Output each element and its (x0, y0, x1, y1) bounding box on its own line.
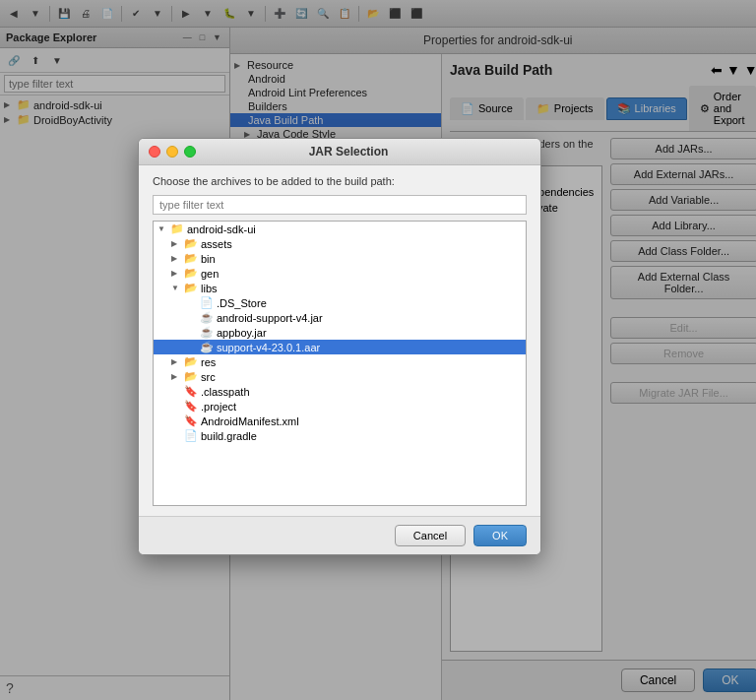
dt-item-project-file[interactable]: 🔖 .project (154, 399, 526, 414)
dt-icon-support-v4: ☕ (200, 311, 214, 324)
dialog-description: Choose the archives to be added to the b… (153, 175, 527, 187)
dt-item-classpath[interactable]: 🔖 .classpath (154, 384, 526, 399)
dt-item-build-gradle[interactable]: 📄 build.gradle (154, 428, 526, 443)
dialog-ok-button[interactable]: OK (473, 525, 527, 546)
dt-label-ds-store: .DS_Store (217, 297, 267, 309)
dt-icon-res: 📂 (184, 355, 198, 368)
dt-item-support-v4[interactable]: ☕ android-support-v4.jar (154, 310, 526, 325)
dt-label-src: src (201, 371, 216, 383)
dt-icon-manifest: 🔖 (184, 414, 198, 427)
dt-label-support-v4: android-support-v4.jar (217, 312, 323, 324)
dt-item-libs[interactable]: ▼ 📂 libs (154, 281, 526, 295)
dt-arrow-gen: ▶ (171, 269, 181, 278)
dialog-overlay: JAR Selection Choose the archives to be … (0, 0, 756, 700)
dt-icon-gen: 📂 (184, 267, 198, 280)
dt-icon-libs: 📂 (184, 282, 198, 294)
dt-item-appboy[interactable]: ☕ appboy.jar (154, 325, 526, 340)
dt-arrow-bin: ▶ (171, 254, 181, 263)
dt-item-ds-store[interactable]: 📄 .DS_Store (154, 295, 526, 310)
dt-label-support-v4-aar: support-v4-23.0.1.aar (217, 342, 320, 353)
dt-icon-ds-store: 📄 (200, 296, 214, 309)
dt-item-android-sdk-ui[interactable]: ▼ 📁 android-sdk-ui (154, 222, 526, 236)
dt-label-classpath: .classpath (201, 386, 250, 398)
dt-label-libs: libs (201, 283, 218, 294)
dialog-tree[interactable]: ▼ 📁 android-sdk-ui ▶ 📂 assets ▶ 📂 bin (153, 221, 527, 506)
dt-label-appboy: appboy.jar (217, 327, 267, 339)
dialog-close-btn[interactable] (149, 146, 160, 158)
dialog-filter-input[interactable] (153, 195, 527, 215)
dt-icon-assets: 📂 (184, 237, 198, 250)
dialog-title: JAR Selection (166, 145, 531, 159)
dt-icon-classpath: 🔖 (184, 385, 198, 398)
dt-label-res: res (201, 356, 216, 368)
dt-label-manifest: AndroidManifest.xml (201, 415, 299, 427)
dt-item-support-v4-aar[interactable]: ☕ support-v4-23.0.1.aar (154, 340, 526, 354)
dt-label-gen: gen (201, 268, 219, 280)
dialog-cancel-button[interactable]: Cancel (395, 525, 466, 546)
dt-label-build-gradle: build.gradle (201, 430, 257, 442)
dt-arrow-src: ▶ (171, 372, 181, 381)
dialog-titlebar: JAR Selection (139, 139, 540, 165)
dialog-footer: Cancel OK (139, 516, 540, 554)
dt-arrow-android-sdk-ui: ▼ (158, 224, 167, 233)
dialog-body: Choose the archives to be added to the b… (139, 165, 540, 516)
dt-item-manifest[interactable]: 🔖 AndroidManifest.xml (154, 414, 526, 428)
dt-icon-appboy: ☕ (200, 326, 214, 339)
dt-arrow-res: ▶ (171, 357, 181, 366)
dt-item-assets[interactable]: ▶ 📂 assets (154, 236, 526, 251)
dt-label-android-sdk-ui: android-sdk-ui (187, 223, 256, 235)
dt-icon-support-v4-aar: ☕ (200, 341, 214, 353)
dt-item-src[interactable]: ▶ 📂 src (154, 369, 526, 384)
dt-icon-android-sdk-ui: 📁 (170, 223, 184, 235)
jar-selection-dialog: JAR Selection Choose the archives to be … (138, 138, 541, 555)
dt-item-bin[interactable]: ▶ 📂 bin (154, 251, 526, 266)
dt-label-bin: bin (201, 253, 216, 265)
dt-arrow-assets: ▶ (171, 239, 181, 248)
dt-icon-bin: 📂 (184, 252, 198, 265)
dt-icon-build-gradle: 📄 (184, 429, 198, 442)
dt-item-res[interactable]: ▶ 📂 res (154, 354, 526, 369)
dt-item-gen[interactable]: ▶ 📂 gen (154, 266, 526, 281)
dt-icon-project-file: 🔖 (184, 400, 198, 413)
dt-icon-src: 📂 (184, 370, 198, 383)
dt-arrow-libs: ▼ (171, 284, 181, 292)
dt-label-assets: assets (201, 238, 232, 250)
dt-label-project-file: .project (201, 401, 236, 413)
